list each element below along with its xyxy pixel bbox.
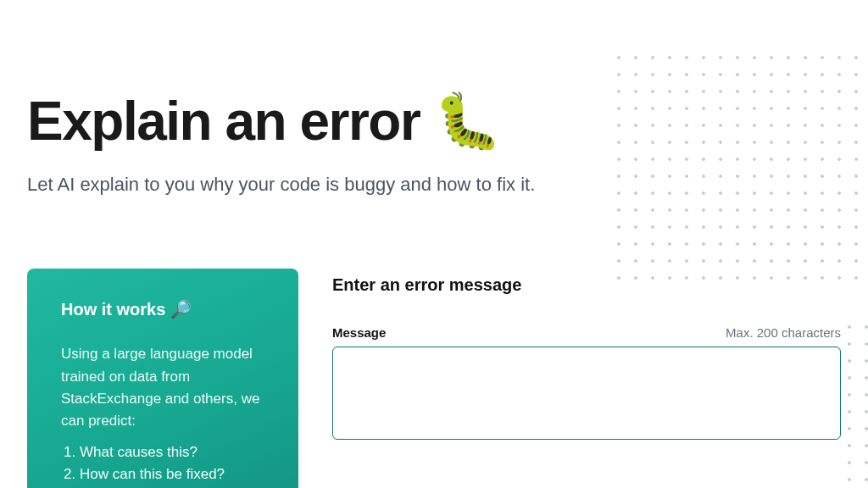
form-heading: Enter an error message — [332, 275, 841, 295]
card-body: Using a large language model trained on … — [61, 343, 264, 432]
error-form: Enter an error message Message Max. 200 … — [332, 269, 841, 440]
list-item: How can this be fixed? — [80, 463, 264, 485]
char-limit-hint: Max. 200 characters — [726, 325, 841, 340]
list-item: What causes this? — [80, 441, 264, 463]
card-list: What causes this? How can this be fixed? — [61, 441, 264, 486]
message-label: Message — [332, 325, 386, 340]
message-input[interactable] — [332, 347, 841, 440]
card-title: How it works 🔎 — [61, 299, 264, 319]
page-subtitle: Let AI explain to you why your code is b… — [27, 174, 841, 196]
hero-section: Explain an error 🐛 Let AI explain to you… — [27, 0, 841, 196]
how-it-works-card: How it works 🔎 Using a large language mo… — [27, 269, 298, 488]
page-title: Explain an error 🐛 — [27, 93, 841, 150]
